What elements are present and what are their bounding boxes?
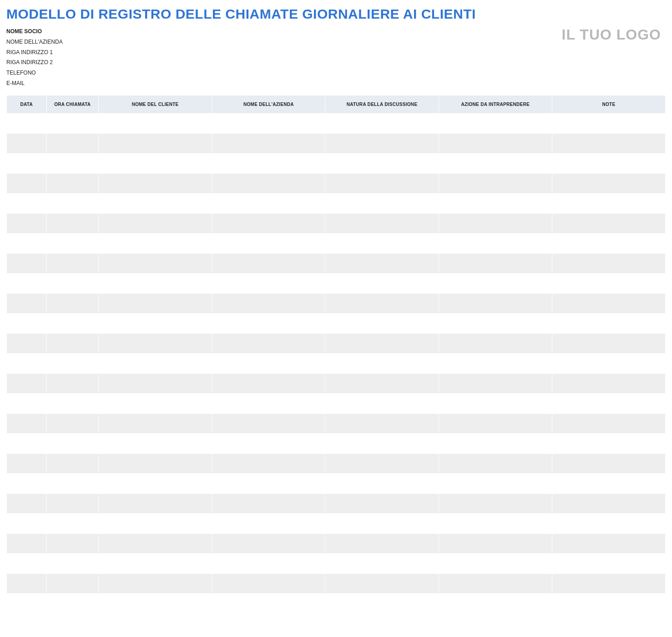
cell-cliente[interactable]: [99, 433, 212, 453]
cell-cliente[interactable]: [99, 313, 212, 333]
cell-data[interactable]: [7, 593, 47, 613]
cell-azienda[interactable]: [212, 373, 325, 393]
cell-ora[interactable]: [46, 333, 98, 353]
cell-data[interactable]: [7, 133, 47, 153]
cell-azienda[interactable]: [212, 213, 325, 233]
cell-data[interactable]: [7, 493, 47, 513]
cell-note[interactable]: [552, 393, 665, 413]
cell-note[interactable]: [552, 353, 665, 373]
cell-data[interactable]: [7, 413, 47, 433]
cell-cliente[interactable]: [99, 133, 212, 153]
cell-ora[interactable]: [46, 453, 98, 473]
cell-azione[interactable]: [439, 553, 552, 573]
cell-note[interactable]: [552, 553, 665, 573]
cell-natura[interactable]: [325, 113, 439, 133]
cell-azione[interactable]: [439, 513, 552, 533]
cell-cliente[interactable]: [99, 393, 212, 413]
cell-natura[interactable]: [325, 233, 439, 253]
cell-data[interactable]: [7, 333, 47, 353]
cell-data[interactable]: [7, 313, 47, 333]
cell-azienda[interactable]: [212, 413, 325, 433]
cell-data[interactable]: [7, 433, 47, 453]
cell-cliente[interactable]: [99, 253, 212, 273]
cell-ora[interactable]: [46, 133, 98, 153]
cell-cliente[interactable]: [99, 353, 212, 373]
cell-cliente[interactable]: [99, 533, 212, 553]
cell-natura[interactable]: [325, 573, 439, 593]
cell-note[interactable]: [552, 313, 665, 333]
cell-natura[interactable]: [325, 493, 439, 513]
cell-note[interactable]: [552, 333, 665, 353]
cell-ora[interactable]: [46, 293, 98, 313]
cell-azienda[interactable]: [212, 493, 325, 513]
cell-ora[interactable]: [46, 273, 98, 293]
cell-ora[interactable]: [46, 433, 98, 453]
cell-azienda[interactable]: [212, 333, 325, 353]
cell-ora[interactable]: [46, 193, 98, 213]
cell-note[interactable]: [552, 213, 665, 233]
cell-data[interactable]: [7, 293, 47, 313]
cell-azienda[interactable]: [212, 313, 325, 333]
cell-note[interactable]: [552, 133, 665, 153]
cell-ora[interactable]: [46, 553, 98, 573]
cell-azienda[interactable]: [212, 133, 325, 153]
cell-azione[interactable]: [439, 473, 552, 493]
cell-ora[interactable]: [46, 573, 98, 593]
cell-note[interactable]: [552, 113, 665, 133]
cell-azienda[interactable]: [212, 533, 325, 553]
cell-cliente[interactable]: [99, 173, 212, 193]
cell-azienda[interactable]: [212, 433, 325, 453]
cell-note[interactable]: [552, 193, 665, 213]
cell-azienda[interactable]: [212, 173, 325, 193]
cell-azione[interactable]: [439, 433, 552, 453]
cell-ora[interactable]: [46, 473, 98, 493]
cell-azione[interactable]: [439, 253, 552, 273]
cell-azienda[interactable]: [212, 273, 325, 293]
cell-azienda[interactable]: [212, 393, 325, 413]
cell-azione[interactable]: [439, 133, 552, 153]
cell-natura[interactable]: [325, 593, 439, 613]
cell-natura[interactable]: [325, 433, 439, 453]
cell-ora[interactable]: [46, 413, 98, 433]
cell-data[interactable]: [7, 173, 47, 193]
cell-azienda[interactable]: [212, 193, 325, 213]
cell-ora[interactable]: [46, 153, 98, 173]
cell-data[interactable]: [7, 273, 47, 293]
cell-cliente[interactable]: [99, 293, 212, 313]
cell-natura[interactable]: [325, 453, 439, 473]
cell-data[interactable]: [7, 473, 47, 493]
cell-azione[interactable]: [439, 213, 552, 233]
cell-natura[interactable]: [325, 373, 439, 393]
cell-data[interactable]: [7, 153, 47, 173]
cell-data[interactable]: [7, 573, 47, 593]
cell-azienda[interactable]: [212, 233, 325, 253]
cell-ora[interactable]: [46, 513, 98, 533]
cell-note[interactable]: [552, 293, 665, 313]
cell-azienda[interactable]: [212, 513, 325, 533]
cell-natura[interactable]: [325, 353, 439, 373]
cell-ora[interactable]: [46, 353, 98, 373]
cell-azione[interactable]: [439, 193, 552, 213]
cell-data[interactable]: [7, 193, 47, 213]
cell-azione[interactable]: [439, 413, 552, 433]
cell-data[interactable]: [7, 213, 47, 233]
cell-data[interactable]: [7, 553, 47, 573]
cell-azienda[interactable]: [212, 473, 325, 493]
cell-cliente[interactable]: [99, 513, 212, 533]
cell-natura[interactable]: [325, 393, 439, 413]
cell-azione[interactable]: [439, 333, 552, 353]
cell-azione[interactable]: [439, 393, 552, 413]
cell-data[interactable]: [7, 233, 47, 253]
cell-azienda[interactable]: [212, 573, 325, 593]
cell-azione[interactable]: [439, 593, 552, 613]
cell-ora[interactable]: [46, 233, 98, 253]
cell-note[interactable]: [552, 253, 665, 273]
cell-natura[interactable]: [325, 313, 439, 333]
cell-data[interactable]: [7, 533, 47, 553]
cell-cliente[interactable]: [99, 113, 212, 133]
cell-cliente[interactable]: [99, 153, 212, 173]
cell-note[interactable]: [552, 473, 665, 493]
cell-azione[interactable]: [439, 173, 552, 193]
cell-ora[interactable]: [46, 253, 98, 273]
cell-ora[interactable]: [46, 493, 98, 513]
